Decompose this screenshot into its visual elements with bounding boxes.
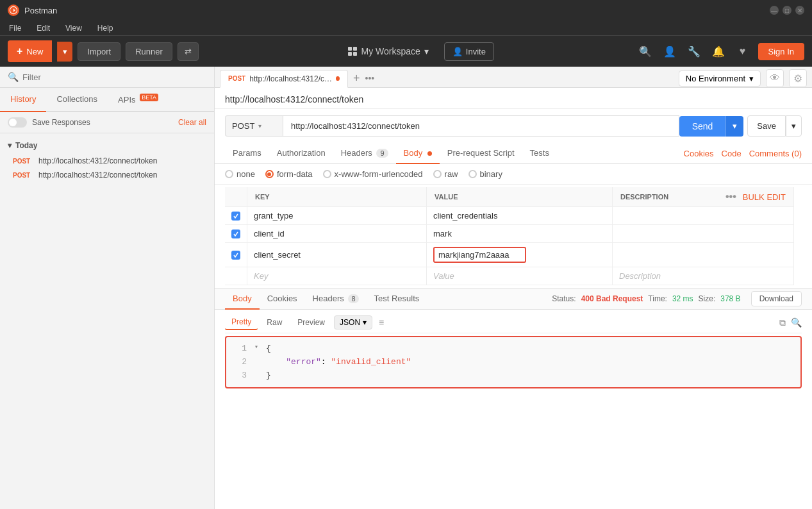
params-table: KEY VALUE DESCRIPTION ••• Bulk Edit bbox=[225, 187, 794, 285]
value-placeholder: Value bbox=[433, 271, 454, 281]
row3-checkbox[interactable] bbox=[231, 251, 240, 260]
tab-headers[interactable]: Headers 9 bbox=[333, 143, 396, 164]
row3-desc[interactable] bbox=[613, 243, 794, 267]
table-row: grant_type client_credentials bbox=[225, 207, 794, 225]
row3-key[interactable]: client_secret bbox=[247, 243, 427, 267]
environment-selector[interactable]: No Environment ▾ bbox=[679, 71, 761, 87]
maximize-button[interactable]: □ bbox=[783, 6, 791, 15]
format-selector[interactable]: JSON ▾ bbox=[334, 315, 372, 330]
radio-urlencoded[interactable]: x-www-form-urlencoded bbox=[323, 169, 423, 179]
save-responses-toggle[interactable] bbox=[8, 117, 27, 128]
send-dropdown-button[interactable]: ▾ bbox=[725, 116, 743, 137]
radio-none[interactable]: none bbox=[225, 169, 255, 179]
empty-desc[interactable]: Description bbox=[613, 267, 794, 285]
row1-value[interactable]: client_credentials bbox=[427, 207, 613, 225]
cookies-link[interactable]: Cookies bbox=[684, 149, 714, 158]
sidebar-search-input[interactable] bbox=[22, 72, 206, 82]
tab-collections[interactable]: Collections bbox=[46, 88, 108, 112]
row3-value-highlighted[interactable]: markjiang7m2aaaa bbox=[433, 247, 526, 263]
res-tab-body[interactable]: Body bbox=[225, 288, 260, 310]
radio-form-data[interactable]: form-data bbox=[265, 169, 313, 179]
row2-checkbox[interactable] bbox=[231, 229, 240, 238]
tab-apis[interactable]: APIs BETA bbox=[108, 88, 169, 112]
send-button[interactable]: Send bbox=[679, 116, 726, 137]
wrap-icon[interactable]: ≡ bbox=[379, 317, 384, 328]
fmt-tab-preview[interactable]: Preview bbox=[291, 315, 331, 330]
request-title: http://localhost:4312/connect/token bbox=[225, 94, 363, 104]
row3-value-cell[interactable]: markjiang7m2aaaa bbox=[427, 243, 613, 267]
table-options-icon[interactable]: ••• bbox=[725, 191, 736, 203]
empty-value[interactable]: Value bbox=[427, 267, 613, 285]
res-tab-cookies[interactable]: Cookies bbox=[260, 288, 305, 310]
radio-binary[interactable]: binary bbox=[468, 169, 502, 179]
json-key: "error" bbox=[286, 357, 321, 367]
history-item[interactable]: POST http://localhost:4312/connect/token bbox=[8, 168, 206, 182]
row2-desc[interactable] bbox=[613, 225, 794, 243]
bell-icon-button[interactable]: 🔔 bbox=[709, 42, 727, 60]
minimize-button[interactable]: — bbox=[770, 6, 779, 15]
menu-help[interactable]: Help bbox=[94, 22, 117, 34]
fmt-tab-pretty[interactable]: Pretty bbox=[225, 315, 258, 330]
tab-body[interactable]: Body bbox=[396, 143, 440, 164]
url-input[interactable] bbox=[283, 115, 679, 137]
toolbar-right: 🔍 👤 🔧 🔔 ♥ Sign In bbox=[636, 42, 804, 60]
eye-icon-button[interactable]: 👁 bbox=[766, 69, 784, 87]
comments-link[interactable]: Comments (0) bbox=[749, 149, 802, 158]
titlebar-left: Postman bbox=[8, 4, 57, 16]
tab-history[interactable]: History bbox=[0, 88, 46, 112]
radio-raw[interactable]: raw bbox=[433, 169, 458, 179]
download-button[interactable]: Download bbox=[751, 291, 802, 306]
toolbar-left: + New ▾ Import Runner ⇄ bbox=[8, 40, 199, 62]
row2-key[interactable]: client_id bbox=[247, 225, 427, 243]
heart-icon-button[interactable]: ♥ bbox=[734, 42, 752, 60]
tab-pre-request[interactable]: Pre-request Script bbox=[440, 143, 522, 164]
new-button[interactable]: + New bbox=[8, 40, 52, 62]
code-line-1: 1 ▾ { bbox=[234, 342, 793, 356]
tab-more-button[interactable]: ••• bbox=[365, 73, 375, 83]
main-layout: 🔍 History Collections APIs BETA Save Res… bbox=[0, 67, 812, 509]
search-response-icon[interactable]: 🔍 bbox=[791, 317, 802, 328]
settings-icon-button[interactable]: 🔧 bbox=[685, 42, 703, 60]
row2-value[interactable]: mark bbox=[427, 225, 613, 243]
today-group-label[interactable]: ▾ Today bbox=[8, 141, 206, 150]
toolbar-center: My Workspace ▾ 👤 Invite bbox=[340, 41, 493, 62]
gear-icon-button[interactable]: ⚙ bbox=[789, 69, 807, 87]
menu-view[interactable]: View bbox=[62, 22, 86, 34]
search-icon-button[interactable]: 🔍 bbox=[636, 42, 654, 60]
add-tab-button[interactable]: + bbox=[349, 72, 364, 85]
code-link[interactable]: Code bbox=[722, 149, 742, 158]
tab-params[interactable]: Params bbox=[225, 143, 269, 164]
tab-authorization[interactable]: Authorization bbox=[269, 143, 333, 164]
res-tab-headers[interactable]: Headers 8 bbox=[305, 288, 367, 310]
request-tab-active[interactable]: POST http://localhost:4312/connect/t bbox=[220, 70, 348, 88]
notification-icon-button[interactable]: 👤 bbox=[661, 42, 679, 60]
fmt-tab-raw[interactable]: Raw bbox=[260, 315, 288, 330]
history-item[interactable]: POST http://localhost:4312/connect/token bbox=[8, 154, 206, 168]
workspace-button[interactable]: My Workspace ▾ bbox=[340, 41, 436, 62]
toggle-button[interactable]: ⇄ bbox=[178, 42, 199, 61]
row1-key[interactable]: grant_type bbox=[247, 207, 427, 225]
bulk-edit-button[interactable]: Bulk Edit bbox=[743, 192, 786, 202]
new-dropdown-button[interactable]: ▾ bbox=[57, 42, 72, 62]
menu-edit[interactable]: Edit bbox=[33, 22, 54, 34]
close-button[interactable]: ✕ bbox=[795, 6, 804, 15]
invite-button[interactable]: 👤 Invite bbox=[444, 42, 494, 61]
import-button[interactable]: Import bbox=[78, 42, 120, 61]
res-tab-test-results[interactable]: Test Results bbox=[367, 288, 427, 310]
save-dropdown-button[interactable]: ▾ bbox=[786, 115, 802, 137]
empty-key[interactable]: Key bbox=[247, 267, 427, 285]
save-button[interactable]: Save bbox=[747, 115, 786, 137]
signin-button[interactable]: Sign In bbox=[758, 43, 804, 60]
runner-button[interactable]: Runner bbox=[126, 42, 172, 61]
method-selector[interactable]: POST ▾ bbox=[225, 115, 283, 137]
row1-checkbox[interactable] bbox=[231, 212, 240, 221]
menu-file[interactable]: File bbox=[5, 22, 25, 34]
row1-desc[interactable] bbox=[613, 207, 794, 225]
desc-header-label: DESCRIPTION bbox=[620, 193, 668, 201]
titlebar: Postman — □ ✕ bbox=[0, 0, 812, 21]
tab-tests[interactable]: Tests bbox=[522, 143, 557, 164]
copy-icon[interactable]: ⧉ bbox=[779, 317, 786, 328]
clear-all-button[interactable]: Clear all bbox=[178, 118, 206, 127]
size-value: 378 B bbox=[720, 294, 740, 303]
status-label: Status: bbox=[552, 294, 576, 303]
